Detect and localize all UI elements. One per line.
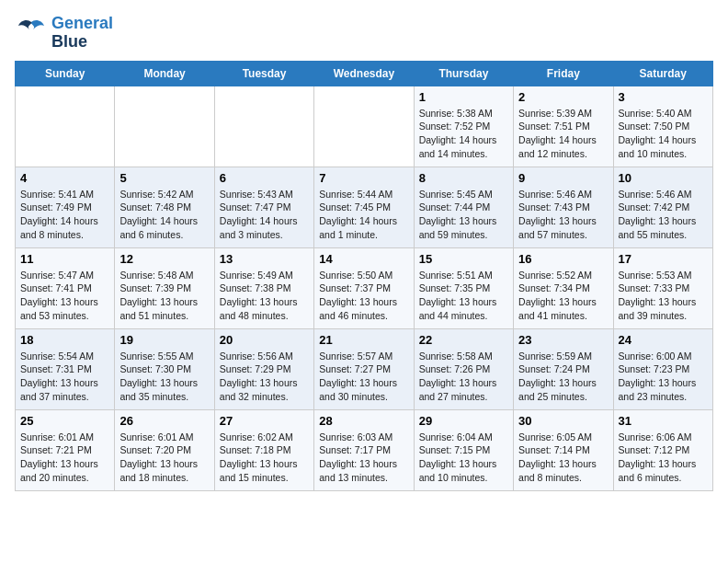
day-number: 5 [119,171,209,185]
calendar-week-row: 1Sunrise: 5:38 AM Sunset: 7:52 PM Daylig… [16,86,713,167]
calendar-cell: 29Sunrise: 6:04 AM Sunset: 7:15 PM Dayli… [414,409,513,490]
day-number: 22 [419,333,508,347]
day-number: 2 [518,90,608,104]
day-info: Sunrise: 5:46 AM Sunset: 7:43 PM Dayligh… [518,188,608,242]
calendar-cell: 22Sunrise: 5:58 AM Sunset: 7:26 PM Dayli… [414,328,513,409]
day-number: 29 [419,414,508,428]
day-number: 25 [20,414,109,428]
day-info: Sunrise: 5:48 AM Sunset: 7:39 PM Dayligh… [119,269,209,323]
day-info: Sunrise: 6:02 AM Sunset: 7:18 PM Dayligh… [220,431,309,485]
day-info: Sunrise: 6:03 AM Sunset: 7:17 PM Dayligh… [319,431,408,485]
day-number: 31 [619,414,708,428]
day-info: Sunrise: 6:06 AM Sunset: 7:12 PM Dayligh… [619,431,708,485]
day-info: Sunrise: 5:55 AM Sunset: 7:30 PM Dayligh… [119,350,209,404]
calendar-cell: 28Sunrise: 6:03 AM Sunset: 7:17 PM Dayli… [314,409,414,490]
calendar-cell: 5Sunrise: 5:42 AM Sunset: 7:48 PM Daylig… [115,167,214,247]
weekday-header-saturday: Saturday [613,61,712,86]
weekday-header-sunday: Sunday [16,61,115,86]
day-info: Sunrise: 5:52 AM Sunset: 7:34 PM Dayligh… [518,269,608,323]
day-number: 15 [419,252,508,266]
calendar-cell: 10Sunrise: 5:46 AM Sunset: 7:42 PM Dayli… [613,167,712,247]
day-info: Sunrise: 5:43 AM Sunset: 7:47 PM Dayligh… [220,188,309,242]
calendar-cell [314,86,414,167]
weekday-header-monday: Monday [115,61,214,86]
day-number: 24 [619,333,708,347]
calendar-cell: 30Sunrise: 6:05 AM Sunset: 7:14 PM Dayli… [514,409,613,490]
day-number: 30 [518,414,608,428]
calendar-cell: 14Sunrise: 5:50 AM Sunset: 7:37 PM Dayli… [314,247,414,328]
calendar-cell: 7Sunrise: 5:44 AM Sunset: 7:45 PM Daylig… [314,167,414,247]
day-number: 28 [319,414,408,428]
day-number: 14 [319,252,408,266]
day-number: 6 [220,171,309,185]
day-number: 9 [518,171,608,185]
day-number: 21 [319,333,408,347]
day-info: Sunrise: 5:49 AM Sunset: 7:38 PM Dayligh… [220,269,309,323]
calendar-cell: 13Sunrise: 5:49 AM Sunset: 7:38 PM Dayli… [214,247,313,328]
day-number: 1 [419,90,508,104]
day-number: 16 [518,252,608,266]
calendar-cell: 9Sunrise: 5:46 AM Sunset: 7:43 PM Daylig… [514,167,613,247]
calendar-week-row: 18Sunrise: 5:54 AM Sunset: 7:31 PM Dayli… [16,328,713,409]
day-info: Sunrise: 6:01 AM Sunset: 7:20 PM Dayligh… [119,431,209,485]
calendar-cell: 15Sunrise: 5:51 AM Sunset: 7:35 PM Dayli… [414,247,513,328]
logo-text: General Blue [51,15,113,52]
day-info: Sunrise: 5:58 AM Sunset: 7:26 PM Dayligh… [419,350,508,404]
day-info: Sunrise: 6:04 AM Sunset: 7:15 PM Dayligh… [419,431,508,485]
calendar-cell: 1Sunrise: 5:38 AM Sunset: 7:52 PM Daylig… [414,86,513,167]
calendar-cell: 18Sunrise: 5:54 AM Sunset: 7:31 PM Dayli… [16,328,115,409]
day-info: Sunrise: 5:44 AM Sunset: 7:45 PM Dayligh… [319,188,408,242]
calendar-cell: 8Sunrise: 5:45 AM Sunset: 7:44 PM Daylig… [414,167,513,247]
calendar-cell: 16Sunrise: 5:52 AM Sunset: 7:34 PM Dayli… [514,247,613,328]
day-number: 3 [619,90,708,104]
calendar-cell: 3Sunrise: 5:40 AM Sunset: 7:50 PM Daylig… [613,86,712,167]
day-info: Sunrise: 5:54 AM Sunset: 7:31 PM Dayligh… [20,350,109,404]
calendar-cell: 24Sunrise: 6:00 AM Sunset: 7:23 PM Dayli… [613,328,712,409]
logo-icon [15,17,48,50]
day-info: Sunrise: 5:59 AM Sunset: 7:24 PM Dayligh… [518,350,608,404]
page-header: General Blue [15,15,713,52]
day-number: 26 [119,414,209,428]
calendar-cell: 27Sunrise: 6:02 AM Sunset: 7:18 PM Dayli… [214,409,313,490]
weekday-header-wednesday: Wednesday [314,61,414,86]
day-number: 13 [220,252,309,266]
day-number: 27 [220,414,309,428]
day-info: Sunrise: 6:00 AM Sunset: 7:23 PM Dayligh… [619,350,708,404]
day-info: Sunrise: 5:41 AM Sunset: 7:49 PM Dayligh… [20,188,109,242]
day-number: 7 [319,171,408,185]
weekday-header-tuesday: Tuesday [214,61,313,86]
calendar-cell: 21Sunrise: 5:57 AM Sunset: 7:27 PM Dayli… [314,328,414,409]
calendar-cell: 31Sunrise: 6:06 AM Sunset: 7:12 PM Dayli… [613,409,712,490]
day-number: 11 [20,252,109,266]
calendar-cell [214,86,313,167]
calendar-cell: 17Sunrise: 5:53 AM Sunset: 7:33 PM Dayli… [613,247,712,328]
day-info: Sunrise: 5:56 AM Sunset: 7:29 PM Dayligh… [220,350,309,404]
day-number: 12 [119,252,209,266]
day-number: 17 [619,252,708,266]
day-info: Sunrise: 5:40 AM Sunset: 7:50 PM Dayligh… [619,107,708,161]
day-number: 18 [20,333,109,347]
calendar-week-row: 25Sunrise: 6:01 AM Sunset: 7:21 PM Dayli… [16,409,713,490]
day-info: Sunrise: 6:05 AM Sunset: 7:14 PM Dayligh… [518,431,608,485]
day-number: 23 [518,333,608,347]
calendar-week-row: 11Sunrise: 5:47 AM Sunset: 7:41 PM Dayli… [16,247,713,328]
day-info: Sunrise: 5:45 AM Sunset: 7:44 PM Dayligh… [419,188,508,242]
day-number: 19 [119,333,209,347]
calendar-cell: 11Sunrise: 5:47 AM Sunset: 7:41 PM Dayli… [16,247,115,328]
day-info: Sunrise: 5:46 AM Sunset: 7:42 PM Dayligh… [619,188,708,242]
calendar-cell: 25Sunrise: 6:01 AM Sunset: 7:21 PM Dayli… [16,409,115,490]
calendar-cell [115,86,214,167]
weekday-header-thursday: Thursday [414,61,513,86]
day-info: Sunrise: 5:50 AM Sunset: 7:37 PM Dayligh… [319,269,408,323]
day-info: Sunrise: 5:53 AM Sunset: 7:33 PM Dayligh… [619,269,708,323]
calendar-cell: 19Sunrise: 5:55 AM Sunset: 7:30 PM Dayli… [115,328,214,409]
weekday-header-friday: Friday [514,61,613,86]
day-info: Sunrise: 5:51 AM Sunset: 7:35 PM Dayligh… [419,269,508,323]
day-number: 4 [20,171,109,185]
calendar-week-row: 4Sunrise: 5:41 AM Sunset: 7:49 PM Daylig… [16,167,713,247]
day-info: Sunrise: 5:42 AM Sunset: 7:48 PM Dayligh… [119,188,209,242]
weekday-header-row: SundayMondayTuesdayWednesdayThursdayFrid… [16,61,713,86]
calendar-cell: 6Sunrise: 5:43 AM Sunset: 7:47 PM Daylig… [214,167,313,247]
day-info: Sunrise: 5:39 AM Sunset: 7:51 PM Dayligh… [518,107,608,161]
calendar-cell: 4Sunrise: 5:41 AM Sunset: 7:49 PM Daylig… [16,167,115,247]
